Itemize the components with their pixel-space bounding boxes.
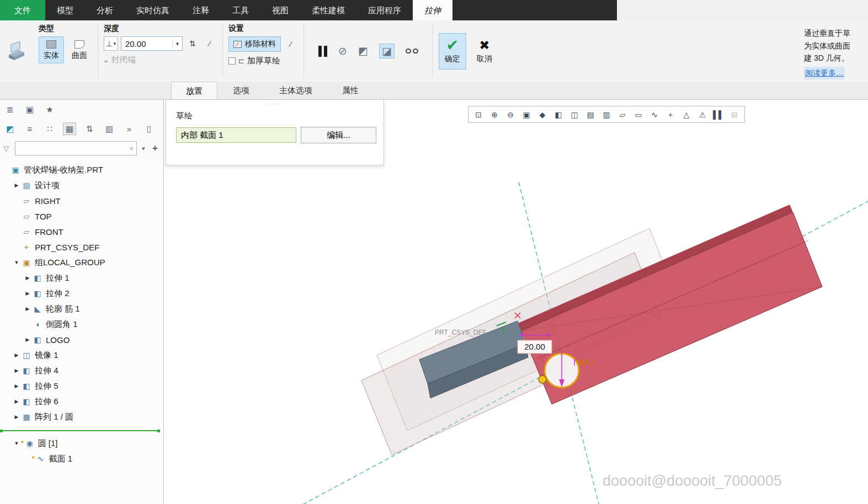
panel-drag-handle[interactable]: ····	[268, 100, 283, 107]
refit-icon[interactable]: ▣	[519, 108, 534, 121]
tab-body-options[interactable]: 主体选项	[265, 82, 327, 99]
tree-item[interactable]: ▶◧拉伸 2	[0, 286, 163, 301]
clear-search-icon[interactable]: ×	[129, 144, 134, 153]
tree-item[interactable]: ▱TOP	[0, 208, 163, 224]
cancel-button[interactable]: ✖ 取消	[471, 33, 498, 69]
display-style-icon[interactable]: ◧	[551, 108, 566, 121]
depth-dimension-value[interactable]: 20.00	[524, 342, 545, 351]
3d-dragger-icon[interactable]: △	[679, 108, 694, 121]
sort-icon[interactable]: ⇅	[83, 122, 96, 135]
menu-item-live-simulation[interactable]: 实时仿真	[125, 0, 181, 20]
tab-placement[interactable]: 放置	[171, 82, 217, 99]
tree-item[interactable]: ▱FRONT	[0, 224, 163, 239]
expand-arrow-icon[interactable]: ▼	[12, 260, 21, 265]
tree-item[interactable]: ▱RIGHT	[0, 193, 163, 208]
tree-item[interactable]: ▶◣轮廓 筋 1	[0, 301, 163, 317]
previous-view-icon[interactable]: ⊟	[727, 108, 742, 121]
combo-caret-icon[interactable]: ▾	[172, 40, 182, 47]
warning-display-icon[interactable]: ⚠	[695, 108, 710, 121]
menu-item-flexible-modeling[interactable]: 柔性建模	[300, 0, 356, 20]
menu-item-applications[interactable]: 应用程序	[356, 0, 413, 20]
expand-arrow-icon[interactable]: ▶	[23, 337, 32, 342]
pause-button[interactable]	[318, 46, 327, 57]
menu-item-model[interactable]: 模型	[45, 0, 85, 20]
tree-item[interactable]: ▼*◉圆 [1]	[0, 436, 163, 451]
detail-view-icon[interactable]: ∷	[43, 122, 56, 135]
solid-type-button[interactable]: 实体	[39, 36, 64, 63]
zoom-window-icon[interactable]: ⊡	[471, 108, 486, 121]
expand-arrow-icon[interactable]: ▼	[12, 441, 21, 446]
depth-drag-handle[interactable]	[539, 376, 546, 383]
expand-arrow-icon[interactable]: ▶	[12, 414, 21, 420]
tree-item[interactable]: *∿截面 1	[0, 451, 163, 467]
pause-view-icon[interactable]: ▌▌	[711, 108, 726, 121]
flip-material-side-icon[interactable]: ∕	[284, 37, 298, 51]
tree-item[interactable]: ▶▦阵列 1 / 圆	[0, 409, 163, 425]
section-view-icon[interactable]: ◫	[567, 108, 582, 121]
menu-item-tools[interactable]: 工具	[221, 0, 260, 20]
thicken-sketch-checkbox[interactable]	[228, 57, 236, 65]
glasses-preview-icon[interactable]	[406, 49, 418, 53]
view-manager-icon[interactable]: ▥	[599, 108, 614, 121]
tab-options[interactable]: 选项	[219, 82, 264, 99]
tab-properties[interactable]: 属性	[328, 82, 373, 99]
menu-item-view[interactable]: 视图	[260, 0, 300, 20]
add-filter-icon[interactable]: +	[150, 143, 160, 154]
remove-material-button[interactable]: ∕ 移除材料	[228, 36, 281, 52]
model-cube-icon[interactable]: ◩	[3, 122, 17, 135]
edit-sketch-button[interactable]: 编辑...	[301, 127, 376, 143]
menu-item-annotate[interactable]: 注释	[181, 0, 221, 20]
datum-display-icon[interactable]: ▱	[615, 108, 630, 121]
copy-pages-icon[interactable]: ▣	[23, 103, 36, 116]
new-doc-icon[interactable]: ▯	[142, 122, 156, 135]
expand-arrow-icon[interactable]: ▶	[12, 368, 21, 373]
zoom-out-icon[interactable]: ⊖	[503, 108, 518, 121]
spin-center-icon[interactable]: +	[663, 108, 678, 121]
tree-structure-icon[interactable]: ≣	[3, 103, 17, 116]
tree-item[interactable]: ▶◧LOGO	[0, 332, 163, 347]
tree-item[interactable]: ▼▣组LOCAL_GROUP	[0, 255, 163, 270]
surface-type-button[interactable]: 曲面	[67, 36, 92, 63]
tree-item[interactable]: ⌖PRT_CSYS_DEF	[0, 239, 163, 255]
more-chevron-icon[interactable]: »	[123, 122, 136, 135]
tree-item[interactable]: ▶◧拉伸 6	[0, 394, 163, 409]
expand-arrow-icon[interactable]: ▶	[12, 352, 21, 358]
saved-orientations-icon[interactable]: ▤	[583, 108, 598, 121]
expand-arrow-icon[interactable]: ▶	[23, 306, 32, 312]
menu-item-analysis[interactable]: 分析	[85, 0, 125, 20]
sketch-display-icon[interactable]: ∿	[647, 108, 662, 121]
tree-search-input[interactable]	[15, 142, 136, 155]
expand-arrow-icon[interactable]: ▶	[12, 183, 21, 188]
tree-item[interactable]: ▶◧拉伸 1	[0, 270, 163, 286]
sketch-reference-field[interactable]	[176, 127, 296, 143]
tree-item[interactable]: ▶◧拉伸 4	[0, 363, 163, 378]
depth-value-combo[interactable]: 20.00 ▾	[121, 36, 183, 51]
list-view-icon[interactable]: ≡	[23, 122, 36, 135]
menu-item-file[interactable]: 文件	[0, 0, 45, 20]
expand-arrow-icon[interactable]: ▶	[23, 275, 32, 281]
insert-here-indicator[interactable]	[0, 428, 163, 433]
expand-arrow-icon[interactable]: ▶	[12, 383, 21, 389]
zoom-in-icon[interactable]: ⊕	[487, 108, 502, 121]
search-caret-icon[interactable]: ▾	[140, 145, 147, 152]
favorites-icon[interactable]: ★	[43, 103, 56, 116]
expand-arrow-icon[interactable]: ▶	[23, 291, 32, 296]
annotation-display-icon[interactable]: ▭	[631, 108, 646, 121]
ok-button[interactable]: ✔ 确定	[439, 33, 466, 69]
no-preview-icon[interactable]: ⊘	[338, 45, 347, 57]
tree-item[interactable]: ▶◧拉伸 5	[0, 378, 163, 394]
tree-item[interactable]: ▶▤设计项	[0, 178, 163, 193]
read-more-link[interactable]: 阅读更多…	[804, 67, 845, 79]
verify-feature-icon[interactable]: ◩	[358, 45, 368, 57]
feature-preview-icon[interactable]: ◪	[379, 44, 395, 58]
menu-item-extrude[interactable]: 拉伸	[413, 0, 452, 20]
flip-depth-icon[interactable]: ⇅	[185, 36, 200, 51]
depth-option-button[interactable]: ⊥▾	[104, 36, 118, 51]
columns-icon[interactable]: ▥	[103, 122, 116, 135]
tree-item[interactable]: ◖倒圆角 1	[0, 317, 163, 332]
measure-depth-icon[interactable]: ∕	[203, 36, 217, 51]
grid-view-icon[interactable]: ▦	[63, 122, 76, 135]
tree-item[interactable]: ▣管状焊锡-收纳架.PRT	[0, 162, 163, 178]
repaint-icon[interactable]: ◆	[535, 108, 550, 121]
tree-item[interactable]: ▶◫镜像 1	[0, 347, 163, 363]
